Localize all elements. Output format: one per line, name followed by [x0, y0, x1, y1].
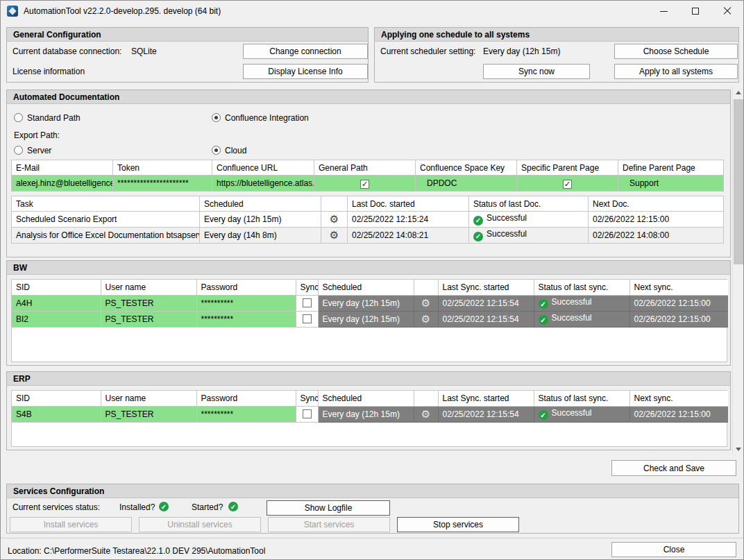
schedule-settings-cell [414, 311, 438, 327]
uninstall-services-button: Uninstall services [139, 517, 261, 532]
change-connection-button[interactable]: Change connection [243, 44, 368, 59]
user-cell: PS_TESTER [101, 295, 196, 311]
scheduled-cell: Every day (12h 15m) [318, 295, 414, 311]
scheduled-cell: Every day (12h 15m) [318, 406, 414, 422]
scheduled-cell: Every day (12h 15m) [318, 311, 414, 327]
col-header: Sync. [296, 280, 318, 295]
minimize-icon [660, 11, 668, 12]
next-sync-cell: 02/26/2022 12:15:00 [629, 311, 728, 327]
task-row[interactable]: Scheduled Scenario Export Every day (12h… [12, 212, 724, 228]
close-app-button[interactable]: Close [611, 542, 736, 557]
task-row[interactable]: Analysis for Office Excel Documentation … [12, 228, 724, 244]
sync-cell [296, 311, 318, 327]
scrollbar-thumb[interactable] [734, 99, 743, 264]
status-cell: Successful [469, 228, 589, 244]
col-header: SID [12, 280, 101, 295]
arrow-down-icon [736, 448, 741, 451]
gear-icon[interactable] [421, 313, 430, 325]
choose-schedule-button[interactable]: Choose Schedule [614, 44, 738, 59]
user-cell: PS_TESTER [101, 311, 196, 327]
maximize-button[interactable] [679, 1, 711, 22]
sync-checkbox[interactable] [303, 314, 312, 323]
server-radio[interactable]: Server [14, 146, 51, 155]
check-and-save-button[interactable]: Check and Save [611, 460, 736, 476]
gear-icon[interactable] [330, 213, 339, 226]
status-text: Successful [552, 297, 592, 307]
server-label: Server [27, 146, 51, 155]
scheduled-cell: Every day (14h 8m) [200, 228, 321, 244]
minimize-button[interactable] [648, 1, 679, 22]
close-icon [723, 7, 732, 15]
scroll-up-button[interactable] [733, 87, 744, 98]
window-controls [648, 1, 743, 22]
sync-checkbox[interactable] [303, 298, 312, 307]
col-header: E-Mail [12, 160, 113, 176]
group-title: BW [7, 261, 730, 275]
radio-icon [14, 146, 23, 155]
specific-parent-checkbox[interactable] [563, 180, 572, 189]
bw-systems-table: SID User name Password Sync. Scheduled L… [12, 280, 728, 328]
col-header: Sync. [296, 391, 318, 406]
system-row[interactable]: BI2 PS_TESTER ********** Every day (12h … [12, 311, 728, 327]
specific-parent-cell [517, 176, 618, 192]
next-sync-cell: 02/26/2022 12:15:00 [629, 295, 728, 311]
system-row[interactable]: S4B PS_TESTER ********** Every day (12h … [12, 406, 728, 422]
apply-all-systems-button[interactable]: Apply to all systems [614, 64, 738, 79]
table-header-row: E-Mail Token Confluence URL General Path… [12, 160, 724, 176]
sync-checkbox[interactable] [303, 409, 312, 418]
confluence-integration-radio[interactable]: Confluence Integration [212, 113, 309, 123]
col-header: Status of last Doc. [469, 196, 589, 212]
display-license-button[interactable]: Display License Info [243, 64, 368, 79]
col-header: Next sync. [629, 391, 728, 406]
success-icon [539, 299, 548, 309]
last-doc-cell: 02/25/2022 12:15:24 [348, 212, 469, 228]
sid-cell: S4B [12, 406, 101, 422]
schedule-settings-cell [321, 212, 348, 228]
installed-ok-icon [159, 502, 169, 511]
general-path-checkbox[interactable] [360, 180, 369, 189]
sync-now-button[interactable]: Sync now [483, 64, 590, 79]
confluence-url-cell: https://bluetelligence.atlas... [212, 176, 314, 192]
gear-icon[interactable] [330, 229, 339, 241]
next-doc-cell: 02/26/2022 14:08:00 [589, 228, 724, 244]
close-window-button[interactable] [711, 1, 743, 22]
last-sync-cell: 02/25/2022 12:15:54 [438, 311, 534, 327]
gear-icon[interactable] [421, 297, 430, 309]
col-header: Last Sync. started [438, 280, 534, 295]
cloud-label: Cloud [225, 146, 246, 155]
system-row[interactable]: A4H PS_TESTER ********** Every day (12h … [12, 295, 728, 311]
doc-tasks-table: Task Scheduled Last Doc. started Status … [11, 196, 724, 244]
cloud-radio[interactable]: Cloud [212, 146, 246, 155]
radio-icon [14, 113, 23, 122]
col-header: Password [196, 280, 296, 295]
success-icon [473, 232, 483, 241]
schedule-all-systems-group: Applying one schedule to all systems Cur… [374, 27, 739, 83]
app-window: AutomationTool v22.2.0-develop.295. deve… [0, 0, 744, 560]
app-icon [7, 6, 18, 17]
col-header: Scheduled [200, 196, 321, 212]
general-path-cell [314, 176, 416, 192]
show-logfile-button[interactable]: Show Logfile [267, 500, 390, 516]
stop-services-button[interactable]: Stop services [397, 517, 519, 532]
standard-path-label: Standard Path [27, 113, 81, 123]
status-text: Successful [552, 313, 592, 323]
standard-path-radio[interactable]: Standard Path [14, 113, 81, 123]
table-header-row: Task Scheduled Last Doc. started Status … [12, 196, 724, 212]
col-header: Token [113, 160, 212, 176]
sync-cell [296, 295, 318, 311]
general-configuration-group: General Configuration Current database c… [6, 27, 369, 83]
start-services-button: Start services [268, 517, 390, 532]
schedule-settings-cell [414, 295, 438, 311]
started-label: Started? [192, 502, 223, 512]
sync-cell [296, 406, 318, 422]
arrow-up-icon [736, 91, 741, 94]
gear-icon[interactable] [421, 408, 430, 421]
scroll-down-button[interactable] [733, 443, 744, 455]
install-services-button: Install services [10, 517, 132, 532]
confluence-row[interactable]: alexej.hinz@bluetelligence... **********… [12, 176, 724, 192]
status-cell: Successful [534, 295, 629, 311]
col-header: Password [196, 391, 296, 406]
task-cell: Analysis for Office Excel Documentation … [12, 228, 200, 244]
erp-group: ERP SID User name Password Sync. Schedul… [6, 371, 731, 450]
table-header-row: SID User name Password Sync. Scheduled L… [12, 280, 728, 295]
